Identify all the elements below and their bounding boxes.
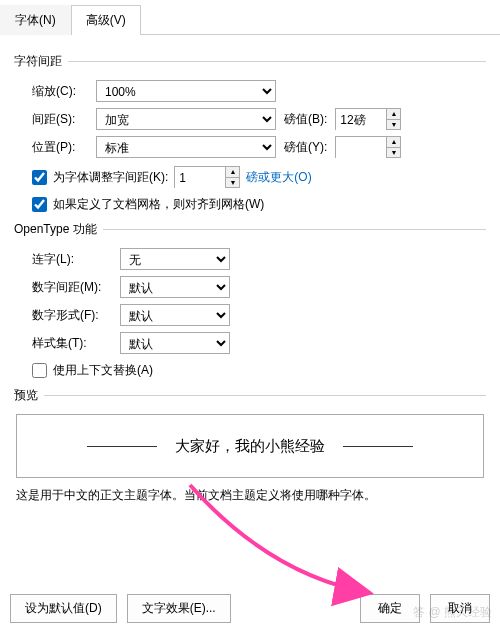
spin-down-icon[interactable]: ▼ [387,120,400,130]
preview-text: 大家好，我的小熊经验 [175,437,325,456]
kerning-spinner[interactable]: ▲ ▼ [174,166,240,188]
ligature-select[interactable]: 无 [120,248,230,270]
spacing-label: 间距(S): [32,111,88,128]
points-b-input[interactable] [336,109,386,131]
kerning-label: 为字体调整字间距(K): [53,169,168,186]
grid-align-label: 如果定义了文档网格，则对齐到网格(W) [53,196,264,213]
context-alt-checkbox[interactable] [32,363,47,378]
set-default-button[interactable]: 设为默认值(D) [10,594,117,623]
styleset-label: 样式集(T): [32,335,112,352]
position-label: 位置(P): [32,139,88,156]
position-select[interactable]: 标准 [96,136,276,158]
points-y-input[interactable] [336,137,386,159]
kerning-input[interactable] [175,167,225,189]
spin-up-icon[interactable]: ▲ [226,167,239,178]
spin-up-icon[interactable]: ▲ [387,137,400,148]
numspacing-label: 数字间距(M): [32,279,112,296]
kerning-checkbox[interactable] [32,170,47,185]
tab-font[interactable]: 字体(N) [0,5,71,35]
preview-line [343,446,413,447]
spin-down-icon[interactable]: ▼ [387,148,400,158]
text-effects-button[interactable]: 文字效果(E)... [127,594,231,623]
scale-label: 缩放(C): [32,83,88,100]
points-y-label: 磅值(Y): [284,139,327,156]
styleset-select[interactable]: 默认 [120,332,230,354]
spin-down-icon[interactable]: ▼ [226,178,239,188]
section-opentype-title: OpenType 功能 [14,221,97,238]
points-b-spinner[interactable]: ▲ ▼ [335,108,401,130]
spacing-select[interactable]: 加宽 [96,108,276,130]
numform-label: 数字形式(F): [32,307,112,324]
tab-advanced[interactable]: 高级(V) [71,5,141,35]
points-y-spinner[interactable]: ▲ ▼ [335,136,401,158]
kerning-more-label: 磅或更大(O) [246,169,311,186]
ok-button[interactable]: 确定 [360,594,420,623]
context-alt-label: 使用上下文替换(A) [53,362,153,379]
grid-align-checkbox[interactable] [32,197,47,212]
numform-select[interactable]: 默认 [120,304,230,326]
spin-up-icon[interactable]: ▲ [387,109,400,120]
section-char-spacing-title: 字符间距 [14,53,62,70]
divider [68,61,486,62]
points-b-label: 磅值(B): [284,111,327,128]
divider [44,395,486,396]
watermark: 答 @ 熊天经验 [413,604,492,621]
preview-line [87,446,157,447]
scale-select[interactable]: 100% [96,80,276,102]
section-preview-title: 预览 [14,387,38,404]
ligature-label: 连字(L): [32,251,112,268]
numspacing-select[interactable]: 默认 [120,276,230,298]
preview-box: 大家好，我的小熊经验 [16,414,484,478]
divider [103,229,486,230]
preview-description: 这是用于中文的正文主题字体。当前文档主题定义将使用哪种字体。 [16,486,484,504]
